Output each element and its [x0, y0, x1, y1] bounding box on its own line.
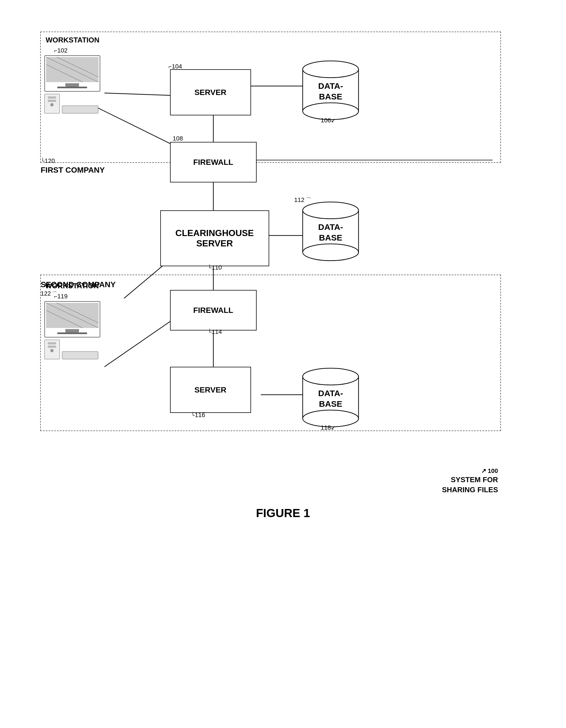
database2-cylinder: DATA- BASE	[300, 196, 361, 263]
workstation1-icon	[44, 55, 111, 111]
clearinghouse-box: CLEARINGHOUSESERVER	[160, 210, 269, 266]
system-label: ↗ 100 SYSTEM FOR SHARING FILES	[442, 467, 498, 495]
firewall2-label: FIREWALL	[193, 306, 233, 315]
firewall1-box: FIREWALL	[170, 142, 257, 182]
firewall2-num: └114	[208, 328, 222, 336]
svg-line-14	[56, 57, 98, 77]
database3-cylinder: DATA- BASE	[300, 363, 361, 430]
server1-ref: 104	[172, 63, 182, 70]
svg-point-21	[303, 202, 358, 219]
svg-text:BASE: BASE	[319, 233, 342, 242]
svg-point-29	[303, 368, 358, 385]
firewall1-num: 108	[173, 135, 183, 142]
server2-box: SERVER	[170, 367, 251, 413]
svg-point-22	[303, 244, 358, 261]
firewall2-ref: 114	[212, 328, 222, 335]
database3-num: 118↙	[321, 424, 336, 431]
firewall1-ref: 108	[173, 135, 183, 142]
svg-text:BASE: BASE	[319, 399, 342, 408]
svg-point-16	[303, 61, 358, 78]
svg-line-12	[46, 57, 99, 82]
figure-label: FIGURE 1	[35, 506, 532, 520]
database2-num: 112 ⌒	[294, 196, 311, 204]
workstation2-num: ⌐119	[54, 293, 68, 300]
svg-text:DATA-: DATA-	[318, 81, 343, 91]
clearinghouse-ref: 110	[212, 264, 222, 271]
server1-num: ⌐104	[169, 63, 182, 70]
server1-box: SERVER	[170, 69, 251, 115]
first-company-label: FIRST COMPANY	[41, 166, 105, 175]
second-company-num: 122	[41, 290, 51, 297]
database1-num: 106↙	[321, 117, 336, 124]
database1-cylinder: DATA- BASE	[300, 55, 361, 122]
svg-text:BASE: BASE	[319, 92, 342, 101]
server2-num: └116	[191, 411, 205, 419]
svg-text:DATA-: DATA-	[318, 389, 343, 398]
workstation2-icon	[44, 301, 111, 357]
system-num: 100	[488, 467, 498, 474]
svg-text:DATA-: DATA-	[318, 222, 343, 232]
svg-line-27	[56, 303, 98, 323]
first-company-num-label: └120	[41, 157, 55, 165]
svg-line-13	[46, 65, 83, 82]
clearinghouse-label: CLEARINGHOUSESERVER	[175, 228, 254, 249]
workstation2-ref: 119	[57, 293, 68, 300]
database3-ref: 118	[321, 424, 331, 431]
server2-label: SERVER	[194, 386, 227, 394]
workstation1-num: ⌐102	[54, 47, 68, 54]
workstation2-label: WORKSTATION	[45, 282, 99, 290]
workstation1-label: WORKSTATION	[46, 36, 100, 44]
firewall2-box: FIREWALL	[170, 290, 257, 330]
diagram-page: WORKSTATION ⌐102	[18, 15, 548, 713]
server1-label: SERVER	[194, 88, 227, 97]
system-label-text: SYSTEM FOR SHARING FILES	[442, 475, 498, 495]
svg-line-26	[46, 310, 83, 328]
database1-ref: 106	[321, 117, 331, 124]
first-company-num: 120	[45, 157, 55, 164]
database2-ref: 112	[294, 196, 304, 203]
clearinghouse-num: └110	[208, 264, 222, 271]
workstation1-ref: 102	[57, 47, 68, 54]
server2-ref: 116	[195, 411, 205, 418]
svg-line-25	[46, 303, 99, 328]
firewall1-label: FIREWALL	[193, 158, 233, 167]
